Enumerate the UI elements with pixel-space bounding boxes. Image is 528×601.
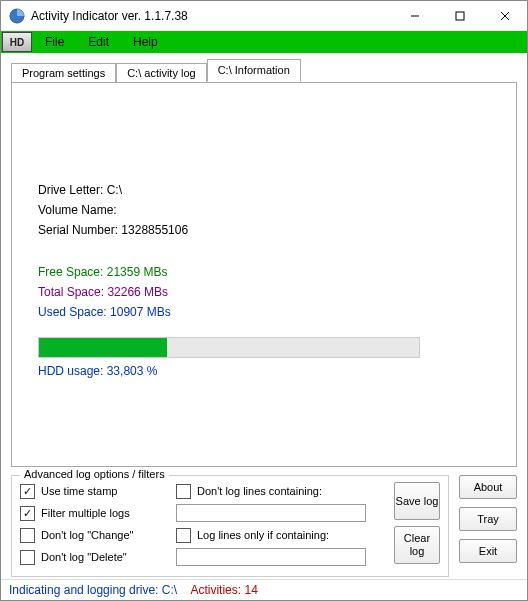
opt-dont-log-delete[interactable]: Don't log "Delete" — [20, 550, 170, 565]
statusbar: Indicating and logging drive: C:\ Activi… — [1, 579, 527, 600]
usage-label: HDD usage: 33,803 % — [38, 364, 506, 378]
opt-dont-log-containing[interactable]: Don't log lines containing: — [176, 484, 376, 499]
information-panel: Drive Letter: C:\ Volume Name: Serial Nu… — [11, 82, 517, 467]
opt-label: Don't log "Delete" — [41, 551, 127, 563]
tab-activity-log[interactable]: C:\ activity log — [116, 63, 206, 83]
progress-fill — [39, 338, 167, 357]
serial-number: Serial Number: 1328855106 — [38, 223, 506, 237]
lower-area: Advanced log options / filters Use time … — [1, 471, 527, 579]
free-space: Free Space: 21359 MBs — [38, 265, 506, 279]
svg-rect-2 — [456, 12, 464, 20]
drive-info: Drive Letter: C:\ Volume Name: Serial Nu… — [38, 183, 506, 319]
checkbox-icon — [20, 484, 35, 499]
opt-log-only-containing[interactable]: Log lines only if containing: — [176, 528, 376, 543]
checkbox-icon — [20, 506, 35, 521]
app-icon — [9, 8, 25, 24]
drive-letter: Drive Letter: C:\ — [38, 183, 506, 197]
menu-file[interactable]: File — [33, 31, 76, 53]
opt-filter-multiple[interactable]: Filter multiple logs — [20, 506, 170, 521]
volume-name: Volume Name: — [38, 203, 506, 217]
opt-dont-log-change[interactable]: Don't log "Change" — [20, 528, 170, 543]
tray-button[interactable]: Tray — [459, 507, 517, 531]
opt-label: Don't log lines containing: — [197, 485, 322, 497]
clear-log-button[interactable]: Clear log — [394, 526, 440, 564]
save-log-button[interactable]: Save log — [394, 482, 440, 520]
status-indicating: Indicating and logging drive: C:\ — [9, 583, 177, 597]
filter-only-input[interactable] — [176, 548, 366, 566]
checkbox-icon — [20, 528, 35, 543]
exit-button[interactable]: Exit — [459, 539, 517, 563]
advanced-legend: Advanced log options / filters — [20, 468, 169, 480]
close-button[interactable] — [482, 1, 527, 31]
window-title: Activity Indicator ver. 1.1.7.38 — [31, 9, 392, 23]
menu-help[interactable]: Help — [121, 31, 170, 53]
checkbox-icon — [20, 550, 35, 565]
total-space: Total Space: 32266 MBs — [38, 285, 506, 299]
filter-contains-input[interactable] — [176, 504, 366, 522]
opt-label: Filter multiple logs — [41, 507, 130, 519]
opt-label: Use time stamp — [41, 485, 117, 497]
checkbox-icon — [176, 528, 191, 543]
opt-label: Don't log "Change" — [41, 529, 133, 541]
progress-track — [38, 337, 420, 358]
opt-label: Log lines only if containing: — [197, 529, 329, 541]
menubar: HD File Edit Help — [1, 31, 527, 53]
minimize-button[interactable] — [392, 1, 437, 31]
used-space: Used Space: 10907 MBs — [38, 305, 506, 319]
window-controls — [392, 1, 527, 31]
advanced-options-grid: Use time stamp Don't log lines containin… — [20, 480, 376, 568]
usage-progress — [38, 337, 490, 358]
opt-use-timestamp[interactable]: Use time stamp — [20, 484, 170, 499]
lower-left: Advanced log options / filters Use time … — [1, 471, 459, 579]
side-buttons: About Tray Exit — [459, 471, 527, 579]
app-window: Activity Indicator ver. 1.1.7.38 HD File… — [0, 0, 528, 601]
maximize-button[interactable] — [437, 1, 482, 31]
tab-program-settings[interactable]: Program settings — [11, 63, 116, 83]
tab-strip: Program settings C:\ activity log C:\ In… — [1, 55, 527, 82]
tab-information[interactable]: C:\ Information — [207, 59, 301, 82]
hd-badge-icon: HD — [2, 32, 32, 52]
log-buttons: Save log Clear log — [382, 480, 440, 568]
status-activities: Activities: 14 — [190, 583, 257, 597]
advanced-log-group: Advanced log options / filters Use time … — [11, 475, 449, 577]
menu-edit[interactable]: Edit — [76, 31, 121, 53]
titlebar: Activity Indicator ver. 1.1.7.38 — [1, 1, 527, 31]
about-button[interactable]: About — [459, 475, 517, 499]
checkbox-icon — [176, 484, 191, 499]
